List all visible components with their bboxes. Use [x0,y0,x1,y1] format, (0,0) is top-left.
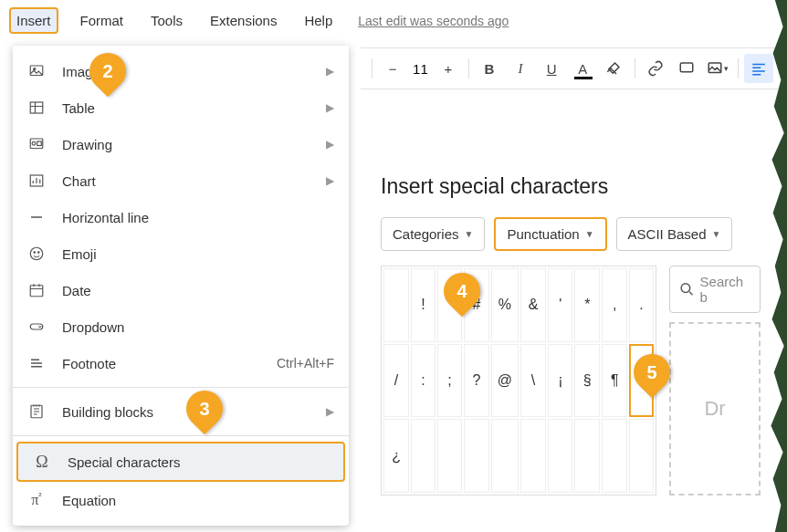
menu-item-label: Emoji [62,246,334,262]
image-button[interactable]: ▾ [703,54,732,83]
char-cell[interactable] [574,419,600,493]
svg-rect-12 [30,286,43,297]
char-cell[interactable]: . [629,268,654,342]
menu-help[interactable]: Help [299,9,338,32]
menu-extensions[interactable]: Extensions [205,9,282,32]
dropdown-icon [27,318,46,336]
hr-icon [27,208,46,226]
font-size-increase-button[interactable]: + [434,54,463,83]
align-left-button[interactable] [744,54,773,83]
char-cell[interactable]: ? [464,344,489,418]
chart-icon [27,172,46,190]
svg-point-6 [32,141,36,145]
menu-item-horizontal-line[interactable]: Horizontal line [13,199,349,235]
ascii-filter[interactable]: ASCII Based▼ [616,217,733,251]
svg-rect-4 [30,102,43,113]
panel-title: Insert special characters [381,174,761,199]
special-characters-panel: Insert special characters Categories▼ Pu… [361,160,781,510]
table-icon [27,99,46,117]
char-cell[interactable] [520,419,546,493]
link-button[interactable] [640,54,669,83]
emoji-icon [27,245,46,263]
character-grid: !"#%&'*,./:;?@\¡§¶·¿ [381,266,656,495]
svg-point-11 [38,252,40,254]
menu-item-chart[interactable]: Chart▶ [13,162,349,199]
char-cell[interactable]: / [383,344,409,418]
char-cell[interactable]: \ [520,344,546,418]
toolbar: − 11 + B I U A ▾ [361,47,781,89]
svg-point-10 [34,252,36,254]
menu-item-shortcut: Ctrl+Alt+F [277,356,334,370]
menu-item-building-blocks[interactable]: Building blocks▶ [13,393,349,430]
chevron-right-icon: ▶ [326,101,334,114]
search-input[interactable]: Search b [669,266,761,313]
text-color-button[interactable]: A [568,54,597,83]
annotation-4: 4 [444,273,480,309]
date-icon [27,281,46,299]
char-cell[interactable] [548,419,572,493]
highlight-button[interactable] [599,54,628,83]
italic-button[interactable]: I [506,54,535,83]
last-edit-link[interactable]: Last edit was seconds ago [358,14,509,28]
menu-format[interactable]: Format [75,9,130,32]
menu-item-dropdown[interactable]: Dropdown [13,308,349,345]
comment-button[interactable] [672,54,701,83]
menu-item-drawing[interactable]: Drawing▶ [13,126,349,162]
menu-item-label: Horizontal line [62,210,334,225]
svg-point-9 [30,247,43,260]
char-cell[interactable]: @ [491,344,519,418]
menu-item-special-characters[interactable]: ΩSpecial characters [16,442,345,482]
char-cell[interactable] [602,419,627,493]
menu-item-label: Date [62,283,334,298]
omega-icon: Ω [33,453,51,471]
chevron-right-icon: ▶ [326,65,334,78]
drawing-icon [27,135,46,153]
menu-item-table[interactable]: Table▶ [13,89,349,126]
menu-item-date[interactable]: Date [13,272,349,308]
menu-item-label: Table [62,100,326,116]
bold-button[interactable]: B [475,54,504,83]
punctuation-filter[interactable]: Punctuation▼ [494,217,606,251]
underline-button[interactable]: U [537,54,566,83]
char-cell[interactable]: ¶ [602,344,627,418]
char-cell[interactable]: ! [411,268,435,342]
chevron-right-icon: ▶ [326,138,334,151]
menu-item-emoji[interactable]: Emoji [13,235,349,272]
menu-item-label: Footnote [62,356,277,371]
char-cell[interactable]: : [411,344,435,418]
char-cell[interactable] [629,419,654,493]
char-cell[interactable]: ¡ [548,344,572,418]
char-cell[interactable]: ¿ [383,419,409,493]
char-cell[interactable]: & [520,268,546,342]
chevron-right-icon: ▶ [326,405,334,418]
blocks-icon [27,402,46,421]
drawing-search-box[interactable]: Dr [669,322,761,495]
menu-item-label: Drawing [62,137,326,152]
char-cell[interactable] [437,419,462,493]
char-cell[interactable] [411,419,435,493]
equation-icon: π² [27,491,46,509]
char-cell[interactable]: ; [437,344,462,418]
menubar: Insert Format Tools Extensions Help Last… [0,0,787,41]
char-cell[interactable]: ' [548,268,572,342]
menu-item-footnote[interactable]: FootnoteCtrl+Alt+F [13,345,349,381]
menu-tools[interactable]: Tools [145,9,188,32]
char-cell[interactable]: % [491,268,519,342]
categories-filter[interactable]: Categories▼ [381,217,485,251]
menu-insert[interactable]: Insert [9,7,58,34]
chevron-right-icon: ▶ [326,174,334,187]
char-cell[interactable] [383,268,409,342]
menu-item-image[interactable]: Image▶ [13,53,349,89]
char-cell[interactable]: , [602,268,627,342]
char-cell[interactable] [491,419,519,493]
char-cell[interactable]: * [574,268,600,342]
font-size-decrease-button[interactable]: − [378,54,407,83]
search-icon [679,281,695,297]
menu-item-equation[interactable]: π²Equation [13,482,349,518]
svg-rect-7 [37,141,42,146]
char-cell[interactable]: § [574,344,600,418]
font-size-value[interactable]: 11 [409,61,432,77]
menu-item-label: Chart [62,173,326,189]
char-cell[interactable] [464,419,489,493]
annotation-2: 2 [89,53,126,89]
